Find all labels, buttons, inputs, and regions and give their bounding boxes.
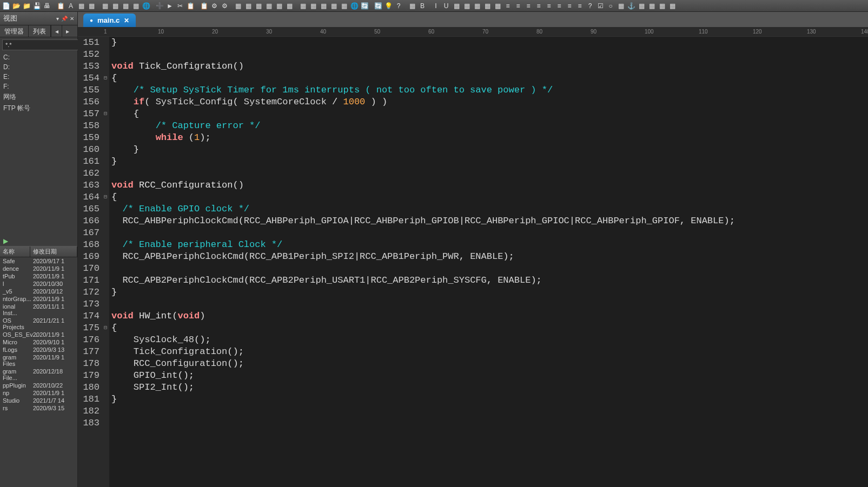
file-row[interactable]: Studio2021/1/7 14: [0, 397, 77, 404]
toolbar-icon-0[interactable]: 📄: [1, 1, 11, 11]
toolbar-icon-38[interactable]: B: [418, 1, 427, 11]
fold-marker[interactable]: ⊟: [102, 108, 109, 120]
toolbar-icon-24[interactable]: ▦: [264, 1, 274, 11]
code-line[interactable]: RCC_AHBPeriphClockCmd(RCC_AHBPeriph_GPIO…: [111, 215, 868, 227]
pin-icon[interactable]: 📌: [61, 16, 68, 22]
code-line[interactable]: [111, 405, 868, 417]
drive-item[interactable]: C:: [0, 52, 77, 62]
code-line[interactable]: void RCC_Configuration(): [111, 179, 868, 191]
code-line[interactable]: [111, 417, 868, 429]
toolbar-icon-20[interactable]: ⚙: [220, 1, 229, 11]
code-line[interactable]: if( SysTick_Config( SystemCoreClock / 10…: [111, 96, 868, 108]
toolbar-icon-46[interactable]: ≡: [503, 1, 513, 11]
drive-tree[interactable]: C:D:E:F:网络FTP 帐号: [0, 52, 77, 236]
toolbar-icon-6[interactable]: A: [66, 1, 76, 11]
code-line[interactable]: SysClock_48();: [111, 334, 868, 346]
file-row[interactable]: fLogs2020/9/3 13: [0, 346, 77, 353]
toolbar-icon-54[interactable]: ?: [585, 1, 595, 11]
fold-marker[interactable]: ⊟: [102, 72, 109, 84]
toolbar-icon-35[interactable]: 💡: [383, 1, 393, 11]
toolbar-icon-9[interactable]: ▦: [100, 1, 110, 11]
toolbar-icon-51[interactable]: ≡: [554, 1, 564, 11]
toolbar-icon-12[interactable]: ▦: [131, 1, 141, 11]
toolbar-icon-45[interactable]: ▦: [493, 1, 502, 11]
toolbar-icon-52[interactable]: ≡: [565, 1, 574, 11]
toolbar-icon-32[interactable]: 🌐: [349, 1, 359, 11]
close-icon[interactable]: ✕: [70, 16, 74, 22]
drive-item[interactable]: FTP 帐号: [0, 103, 77, 114]
file-row[interactable]: l2020/10/30: [0, 280, 77, 288]
code-line[interactable]: while (1);: [111, 132, 868, 144]
toolbar-icon-29[interactable]: ▦: [319, 1, 328, 11]
toolbar-icon-23[interactable]: ▦: [254, 1, 263, 11]
toolbar-icon-41[interactable]: ▦: [452, 1, 461, 11]
toolbar-icon-37[interactable]: ▦: [407, 1, 417, 11]
toolbar-icon-1[interactable]: 📂: [11, 1, 21, 11]
drive-item[interactable]: 网络: [0, 91, 77, 103]
file-row[interactable]: np2020/11/9 1: [0, 389, 77, 397]
toolbar-icon-49[interactable]: ≡: [534, 1, 544, 11]
toolbar-icon-3[interactable]: 💾: [32, 1, 42, 11]
code-line[interactable]: [111, 263, 868, 275]
tab-close-icon[interactable]: ✕: [124, 17, 129, 24]
toolbar-icon-15[interactable]: ►: [165, 1, 175, 11]
toolbar-icon-53[interactable]: ≡: [575, 1, 585, 11]
toolbar-icon-56[interactable]: ○: [606, 1, 615, 11]
file-row[interactable]: _v52020/10/12: [0, 288, 77, 295]
toolbar-icon-22[interactable]: ▦: [243, 1, 253, 11]
toolbar-icon-17[interactable]: 📋: [185, 1, 195, 11]
code-line[interactable]: {: [111, 72, 868, 84]
code-line[interactable]: RCC_APB1PeriphClockCmd(RCC_APB1Periph_SP…: [111, 251, 868, 263]
code-line[interactable]: RCC_APB2PeriphClockCmd(RCC_APB2Periph_US…: [111, 275, 868, 286]
file-row[interactable]: ppPlugin2020/10/22: [0, 382, 77, 389]
toolbar-icon-36[interactable]: ?: [394, 1, 403, 11]
toolbar-icon-13[interactable]: 🌐: [141, 1, 151, 11]
code-line[interactable]: /* Setup SysTick Timer for 1ms interrupt…: [111, 84, 868, 96]
col-name[interactable]: 名称: [0, 246, 30, 257]
file-row[interactable]: ional Inst...2020/11/1 1: [0, 303, 77, 317]
toolbar-icon-50[interactable]: ≡: [544, 1, 554, 11]
toolbar-icon-55[interactable]: ☑: [595, 1, 605, 11]
toolbar-icon-47[interactable]: ≡: [513, 1, 523, 11]
toolbar-icon-28[interactable]: ▦: [308, 1, 318, 11]
code-line[interactable]: void Tick_Configration(): [111, 61, 868, 72]
toolbar-icon-21[interactable]: ▦: [233, 1, 243, 11]
toolbar-icon-31[interactable]: ▦: [339, 1, 349, 11]
code-line[interactable]: RCC_Configuration();: [111, 358, 868, 370]
toolbar-icon-10[interactable]: ▦: [110, 1, 120, 11]
tab-list[interactable]: 列表: [29, 25, 51, 37]
file-row[interactable]: OS Projects2021/1/21 1: [0, 317, 77, 331]
code-container[interactable]: 1511521531541551561571581591601611621631…: [78, 37, 868, 487]
drive-item[interactable]: D:: [0, 62, 77, 72]
toolbar-icon-44[interactable]: ▦: [482, 1, 492, 11]
code-line[interactable]: Tick_Configration();: [111, 346, 868, 358]
code-line[interactable]: }: [111, 156, 868, 168]
code-line[interactable]: [111, 227, 868, 239]
toolbar-icon-42[interactable]: ▦: [462, 1, 472, 11]
code-line[interactable]: {: [111, 191, 868, 203]
toolbar-icon-5[interactable]: 📋: [56, 1, 65, 11]
toolbar-icon-4[interactable]: 🖶: [42, 1, 52, 11]
drive-item[interactable]: F:: [0, 82, 77, 91]
code-line[interactable]: /* Enable GPIO clock */: [111, 203, 868, 215]
file-row[interactable]: dence2020/11/9 1: [0, 265, 77, 272]
code-line[interactable]: [111, 168, 868, 179]
toolbar-icon-60[interactable]: ▦: [647, 1, 657, 11]
code-line[interactable]: }: [111, 37, 868, 49]
code-line[interactable]: void HW_int(void): [111, 310, 868, 322]
tab-manager[interactable]: 管理器: [0, 25, 29, 37]
toolbar-icon-7[interactable]: ▦: [76, 1, 86, 11]
code-line[interactable]: }: [111, 286, 868, 298]
file-row[interactable]: Safe2020/9/17 1: [0, 257, 77, 265]
code-line[interactable]: [111, 298, 868, 310]
toolbar-icon-8[interactable]: ▦: [87, 1, 96, 11]
tab-main-c[interactable]: ● main.c ✕: [83, 14, 136, 27]
toolbar-icon-11[interactable]: ▦: [121, 1, 130, 11]
file-row[interactable]: rs2020/9/3 15: [0, 404, 77, 412]
nav-next[interactable]: ▸: [62, 25, 72, 37]
toolbar-icon-26[interactable]: ▦: [284, 1, 294, 11]
toolbar-icon-58[interactable]: ⚓: [626, 1, 636, 11]
toolbar-icon-48[interactable]: ≡: [524, 1, 533, 11]
code-line[interactable]: [111, 49, 868, 61]
dropdown-icon[interactable]: ▾: [56, 16, 59, 22]
